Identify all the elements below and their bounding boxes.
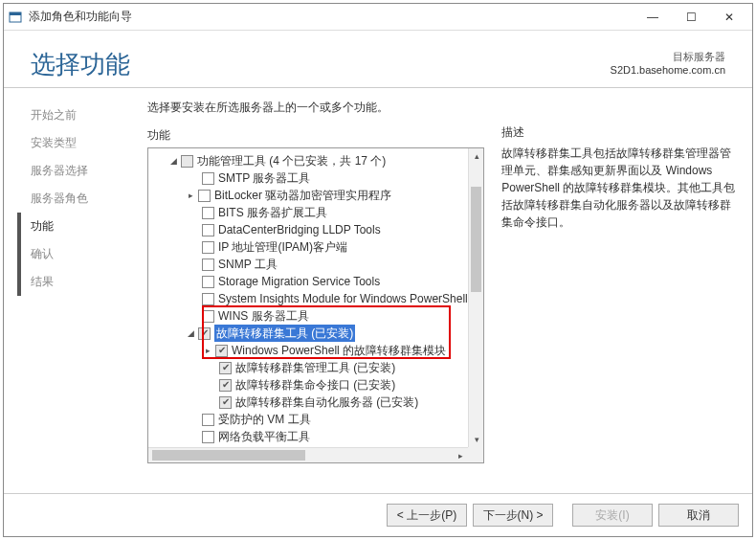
checkbox[interactable] (198, 190, 211, 202)
tree-label: DataCenterBridging LLDP Tools (218, 221, 381, 238)
tree-label: Storage Migration Service Tools (218, 273, 380, 290)
checkbox[interactable] (202, 241, 214, 254)
tree-label: 故障转移群集命令接口 (已安装) (235, 376, 395, 394)
features-label: 功能 (147, 127, 484, 144)
scrollbar-thumb[interactable] (152, 450, 305, 461)
checkbox[interactable] (202, 414, 214, 426)
page-title: 选择功能 (31, 48, 130, 81)
scrollbar-thumb[interactable] (471, 187, 481, 292)
nav-results[interactable]: 结果 (31, 268, 138, 296)
tree-item[interactable]: System Insights Module for Windows Power… (150, 290, 481, 307)
next-button[interactable]: 下一步(N) > (473, 504, 553, 527)
app-icon (8, 10, 23, 25)
scroll-right-icon[interactable]: ▸ (453, 448, 468, 463)
nav-server-roles[interactable]: 服务器角色 (31, 185, 138, 213)
checkbox[interactable] (202, 310, 214, 323)
tree-label: WINS 服务器工具 (218, 307, 309, 325)
window-title: 添加角色和功能向导 (29, 9, 634, 25)
tree-label: 故障转移群集工具 (已安装) (214, 325, 355, 342)
checkbox[interactable] (198, 327, 211, 340)
description-text: 故障转移群集工具包括故障转移群集管理器管理单元、群集感知更新界面以及 Windo… (501, 145, 743, 231)
checkbox[interactable] (202, 293, 214, 305)
tree-item[interactable]: ▸BitLocker 驱动器加密管理实用程序 (150, 187, 481, 204)
minimize-button[interactable]: — (634, 6, 672, 29)
tree-item[interactable]: WINS 服务器工具 (150, 307, 481, 325)
tree-label: 故障转移群集管理工具 (已安装) (235, 359, 395, 376)
tree-item[interactable]: SMTP 服务器工具 (150, 169, 481, 187)
tree-label: System Insights Module for Windows Power… (218, 290, 468, 307)
checkbox[interactable] (202, 431, 214, 443)
instruction-text: 选择要安装在所选服务器上的一个或多个功能。 (147, 100, 484, 116)
install-button[interactable]: 安装(I) (572, 504, 653, 527)
expander-right-icon[interactable]: ▸ (202, 342, 213, 359)
nav-server-select[interactable]: 服务器选择 (31, 157, 138, 185)
expander-down-icon[interactable]: ◢ (185, 325, 196, 342)
tree-group-feature-admin[interactable]: ◢ 功能管理工具 (4 个已安装，共 17 个) (150, 152, 481, 169)
expander-down-icon[interactable]: ◢ (167, 152, 179, 169)
checkbox[interactable] (202, 224, 214, 236)
checkbox[interactable] (202, 207, 214, 219)
close-button[interactable]: ✕ (710, 6, 748, 29)
maximize-button[interactable]: ☐ (672, 6, 710, 29)
scrollbar-corner (468, 447, 483, 462)
tree-label: SNMP 工具 (218, 256, 278, 273)
wizard-footer: < 上一步(P) 下一步(N) > 安装(I) 取消 (4, 493, 752, 536)
tree-item[interactable]: 故障转移群集管理工具 (已安装) (150, 359, 481, 376)
checkbox[interactable] (202, 172, 214, 185)
tree-label: 角色管理工具 (1 个已安装，共 27 个) (197, 462, 386, 463)
vertical-scrollbar[interactable]: ▴ ▾ (468, 148, 483, 447)
tree-label: 受防护的 VM 工具 (218, 411, 311, 428)
expander-right-icon[interactable]: ▸ (185, 187, 196, 204)
tree-label: BITS 服务器扩展工具 (218, 204, 327, 221)
tree-label: SMTP 服务器工具 (218, 169, 310, 187)
tree-item[interactable]: DataCenterBridging LLDP Tools (150, 221, 481, 238)
checkbox[interactable] (219, 396, 232, 409)
nav-features[interactable]: 功能 (31, 213, 138, 240)
tree-item[interactable]: 故障转移群集命令接口 (已安装) (150, 376, 481, 394)
horizontal-scrollbar[interactable]: ◂ ▸ (148, 447, 468, 462)
nav-install-type[interactable]: 安装类型 (31, 129, 138, 157)
wizard-window: 添加角色和功能向导 — ☐ ✕ 选择功能 目标服务器 S2D1.basehome… (3, 3, 753, 537)
tree-item[interactable]: 受防护的 VM 工具 (150, 411, 481, 428)
target-label: 目标服务器 (611, 50, 725, 64)
checkbox[interactable] (219, 379, 232, 392)
nav-before-you-begin[interactable]: 开始之前 (31, 101, 138, 129)
tree-label: IP 地址管理(IPAM)客户端 (218, 238, 347, 256)
target-server: 目标服务器 S2D1.basehome.com.cn (611, 48, 725, 76)
scroll-up-icon[interactable]: ▴ (469, 148, 484, 164)
checkbox[interactable] (219, 362, 232, 374)
wizard-nav: 开始之前 安装类型 服务器选择 服务器角色 功能 确认 结果 (4, 88, 138, 493)
nav-confirm[interactable]: 确认 (31, 240, 138, 268)
tree-item[interactable]: 故障转移群集自动化服务器 (已安装) (150, 394, 481, 411)
tree-label: Windows PowerShell 的故障转移群集模块 (232, 342, 446, 359)
tree-item[interactable]: IP 地址管理(IPAM)客户端 (150, 238, 481, 256)
checkbox[interactable] (202, 259, 214, 271)
tree-item[interactable]: Storage Migration Service Tools (150, 273, 481, 290)
tree-group-role-admin[interactable]: ◢ 角色管理工具 (1 个已安装，共 27 个) (150, 462, 481, 463)
cancel-button[interactable]: 取消 (658, 504, 739, 527)
previous-button[interactable]: < 上一步(P) (387, 504, 467, 527)
tree-item[interactable]: 网络负载平衡工具 (150, 428, 481, 445)
tree-item[interactable]: ▸Windows PowerShell 的故障转移群集模块 (150, 342, 481, 359)
expander-down-icon[interactable]: ◢ (167, 462, 179, 463)
scroll-down-icon[interactable]: ▾ (469, 432, 484, 447)
description-label: 描述 (501, 124, 743, 141)
tree-item[interactable]: SNMP 工具 (150, 256, 481, 273)
tree-label: 功能管理工具 (4 个已安装，共 17 个) (197, 152, 386, 169)
svg-rect-1 (10, 12, 21, 15)
checkbox[interactable] (181, 155, 193, 168)
tree-item[interactable]: BITS 服务器扩展工具 (150, 204, 481, 221)
titlebar: 添加角色和功能向导 — ☐ ✕ (4, 4, 752, 31)
tree-label: BitLocker 驱动器加密管理实用程序 (214, 187, 391, 204)
checkbox[interactable] (215, 345, 228, 357)
target-value: S2D1.basehome.com.cn (611, 64, 725, 76)
tree-group-failover[interactable]: ◢ 故障转移群集工具 (已安装) (150, 325, 481, 342)
tree-label: 网络负载平衡工具 (218, 428, 310, 445)
wizard-header: 选择功能 目标服务器 S2D1.basehome.com.cn (4, 31, 752, 88)
tree-label: 故障转移群集自动化服务器 (已安装) (235, 394, 418, 411)
checkbox[interactable] (202, 276, 214, 288)
features-tree[interactable]: ◢ 功能管理工具 (4 个已安装，共 17 个) SMTP 服务器工具 ▸Bit… (147, 147, 484, 463)
